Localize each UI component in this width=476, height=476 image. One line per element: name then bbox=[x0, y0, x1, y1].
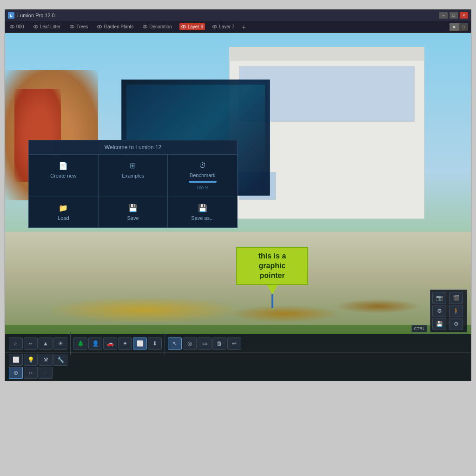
save-icon: 💾 bbox=[128, 204, 138, 212]
home-icon: ⌂ bbox=[14, 340, 17, 347]
toolbar-separator-2 bbox=[165, 332, 165, 355]
examples-button[interactable]: ⊞ Examples bbox=[99, 155, 168, 197]
place-icon: ⊕ bbox=[13, 370, 18, 376]
gear-icon: ⚙ bbox=[437, 308, 442, 314]
tab-garden-plants[interactable]: Garden Plants bbox=[95, 23, 135, 30]
load-icon: 📁 bbox=[59, 204, 68, 212]
flythrough-button[interactable]: ▲ bbox=[39, 337, 53, 350]
render-settings-button[interactable]: ⚙ bbox=[432, 305, 446, 317]
transform-button[interactable]: ◎ bbox=[183, 337, 197, 350]
maximize-button[interactable]: □ bbox=[450, 12, 458, 19]
ctrl-badge: CTRL bbox=[411, 325, 427, 332]
save-render-button[interactable]: 💾 bbox=[432, 318, 446, 330]
pointer-arrow-icon bbox=[267, 285, 278, 294]
load-button[interactable]: 📁 Load bbox=[29, 197, 98, 227]
scene-building-roof bbox=[229, 47, 424, 61]
scale-button[interactable]: ↔ bbox=[24, 367, 38, 379]
people-button[interactable]: 👤 bbox=[88, 337, 102, 350]
more-button[interactable]: ··· bbox=[39, 367, 53, 379]
graphic-pointer: this is agraphicpointer bbox=[236, 247, 308, 308]
video-button[interactable]: 🎬 bbox=[449, 292, 463, 304]
tool-row-bottom: ⊕ ↔ ··· bbox=[9, 367, 67, 379]
options-button[interactable]: ⚙ bbox=[449, 318, 463, 330]
pointer-text: this is agraphicpointer bbox=[243, 251, 302, 280]
tab-decoration[interactable]: Decoration bbox=[141, 23, 173, 30]
close-button[interactable]: ✕ bbox=[460, 12, 468, 19]
eye-icon-layer-7 bbox=[212, 25, 217, 28]
tab-trees[interactable]: Trees bbox=[68, 23, 90, 30]
view-split-button[interactable]: □ bbox=[459, 23, 468, 31]
save-render-icon: 💾 bbox=[436, 321, 443, 327]
minimize-button[interactable]: − bbox=[439, 12, 448, 19]
options-icon: ⚙ bbox=[454, 321, 459, 327]
screenshot-button[interactable]: 📷 bbox=[432, 292, 446, 304]
vehicles-button[interactable]: 🚗 bbox=[103, 337, 117, 350]
create-new-button[interactable]: 📄 Create new bbox=[29, 155, 98, 197]
light-button[interactable]: 💡 bbox=[24, 354, 38, 366]
walkthrough-button[interactable]: 🚶 bbox=[449, 305, 463, 317]
view-toggle: ■ □ bbox=[450, 23, 468, 31]
undo-icon: ↩ bbox=[232, 340, 237, 347]
benchmark-icon: ⏱ bbox=[199, 161, 206, 170]
tab-layer-7[interactable]: Layer 7 bbox=[211, 23, 236, 30]
effects-button[interactable]: ⚒ bbox=[39, 354, 53, 366]
tab-leaf-litter[interactable]: Leaf Litter bbox=[32, 23, 62, 30]
tab-layer-6[interactable]: Layer 6 bbox=[179, 23, 205, 30]
special-icon: ✦ bbox=[123, 340, 127, 347]
import-icon: ⬇ bbox=[152, 340, 157, 347]
benchmark-fill bbox=[189, 181, 217, 183]
trash-icon: 🗑 bbox=[217, 340, 222, 347]
viewport[interactable]: Welcome to Lumion 12 📄 Create new ⊞ Exam… bbox=[5, 33, 471, 381]
eye-icon-garden-plants bbox=[97, 25, 102, 28]
app-window: L Lumion Pro 12.0 − □ ✕ 000 Leaf Litter … bbox=[5, 9, 471, 381]
effects-icon: ⚒ bbox=[43, 357, 48, 363]
frame-icon: ⬜ bbox=[13, 357, 20, 363]
pointer-tool-button[interactable]: ↖ bbox=[168, 337, 182, 350]
save-as-button[interactable]: 💾 Save as... bbox=[168, 197, 237, 227]
welcome-panel: Welcome to Lumion 12 📄 Create new ⊞ Exam… bbox=[28, 140, 238, 228]
screen-button[interactable]: ▭ bbox=[198, 337, 212, 350]
settings-tool-button[interactable]: 🔧 bbox=[53, 354, 67, 366]
transform-icon: ◎ bbox=[187, 340, 192, 347]
add-tab-button[interactable]: + bbox=[242, 23, 245, 31]
screen-icon: ▭ bbox=[202, 340, 207, 347]
eye-icon-leaf-litter bbox=[33, 25, 38, 28]
tool-group-left: ⬜ 💡 ⚒ 🔧 ⊕ bbox=[9, 354, 67, 379]
tab-000[interactable]: 000 bbox=[8, 23, 26, 30]
video-icon: 🎬 bbox=[453, 295, 460, 301]
pointer-box: this is agraphicpointer bbox=[236, 247, 308, 285]
bulb-icon: 💡 bbox=[27, 357, 34, 363]
orbit-button[interactable]: ↔ bbox=[24, 337, 38, 350]
pointer-icon: ↖ bbox=[172, 340, 177, 347]
flythrough-icon: ▲ bbox=[43, 340, 48, 347]
nature-button[interactable]: 🌲 bbox=[73, 337, 87, 350]
sun-icon: ☀ bbox=[58, 340, 63, 347]
sun-button[interactable]: ☀ bbox=[53, 337, 67, 350]
window-controls: − □ ✕ bbox=[439, 12, 468, 19]
bottom-toolbar: ⌂ ↔ ▲ ☀ 🌲 👤 bbox=[5, 334, 471, 381]
create-new-icon: 📄 bbox=[59, 161, 68, 170]
right-panel: 📷 🎬 ⚙ 🚶 💾 ⚙ bbox=[430, 290, 467, 332]
save-button[interactable]: 💾 Save bbox=[99, 197, 168, 227]
place-tool-button[interactable]: ⊕ bbox=[9, 367, 23, 379]
pointer-stem bbox=[271, 294, 273, 308]
welcome-header: Welcome to Lumion 12 bbox=[29, 140, 237, 155]
delete-button[interactable]: 🗑 bbox=[212, 337, 226, 350]
select-tool-button[interactable]: ⬜ bbox=[133, 337, 147, 350]
examples-icon: ⊞ bbox=[130, 161, 136, 170]
home-view-button[interactable]: ⌂ bbox=[9, 337, 23, 350]
toolbar-separator-1 bbox=[70, 332, 71, 355]
view-single-button[interactable]: ■ bbox=[450, 23, 459, 31]
select-icon: ⬜ bbox=[137, 340, 144, 347]
orbit-icon: ↔ bbox=[28, 340, 33, 347]
benchmark-button[interactable]: ⏱ Benchmark 100 % bbox=[168, 155, 237, 197]
title-text: Lumion Pro 12.0 bbox=[17, 13, 55, 18]
frame-button[interactable]: ⬜ bbox=[9, 354, 23, 366]
import-button[interactable]: ⬇ bbox=[148, 337, 162, 350]
car-icon: 🚗 bbox=[107, 340, 114, 347]
benchmark-pct: 100 % bbox=[197, 185, 209, 190]
tab-bar: 000 Leaf Litter Trees Garden Plants Deco… bbox=[5, 21, 471, 33]
save-as-icon: 💾 bbox=[198, 204, 207, 212]
undo-button[interactable]: ↩ bbox=[227, 337, 241, 350]
special-button[interactable]: ✦ bbox=[118, 337, 132, 350]
